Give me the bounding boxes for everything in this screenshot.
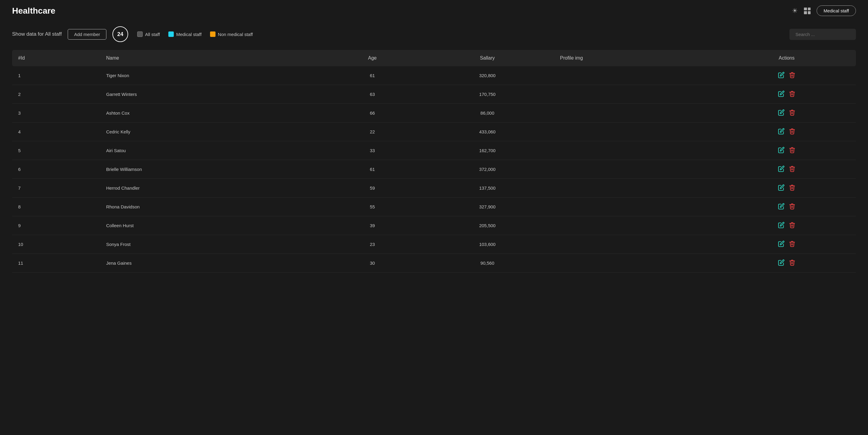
- cell-age: 23: [324, 235, 421, 254]
- delete-button[interactable]: [789, 72, 796, 79]
- edit-button[interactable]: [778, 222, 784, 229]
- col-header-actions: Actions: [717, 50, 856, 66]
- edit-button[interactable]: [778, 90, 784, 98]
- edit-button[interactable]: [778, 259, 784, 267]
- action-buttons: [723, 72, 850, 79]
- cell-age: 61: [324, 160, 421, 179]
- medical-staff-label: Medical staff: [176, 32, 202, 37]
- add-member-button[interactable]: Add member: [68, 29, 106, 40]
- member-count-circle: 24: [113, 26, 128, 42]
- cell-actions: [717, 104, 856, 122]
- header-right: ☀ Medical staff: [792, 5, 856, 16]
- legend-all-staff: All staff: [137, 31, 160, 37]
- table-row: 3 Ashton Cox 66 86,000: [12, 104, 856, 122]
- table-header: #Id Name Age Sallary Profile img Actions: [12, 50, 856, 66]
- edit-button[interactable]: [778, 203, 784, 210]
- col-header-age: Age: [324, 50, 421, 66]
- delete-button[interactable]: [789, 147, 796, 154]
- delete-button[interactable]: [789, 222, 796, 229]
- col-header-name: Name: [100, 50, 324, 66]
- cell-salary: 320,800: [421, 66, 554, 85]
- cell-age: 39: [324, 216, 421, 235]
- medical-staff-button[interactable]: Medical staff: [817, 5, 856, 16]
- cell-name: Airi Satou: [100, 141, 324, 160]
- cell-id: 11: [12, 254, 100, 272]
- search-wrapper: [789, 29, 856, 40]
- cell-profile-img: [554, 198, 717, 216]
- edit-button[interactable]: [778, 109, 784, 117]
- table-row: 6 Brielle Williamson 61 372,000: [12, 160, 856, 179]
- col-header-profile-img: Profile img: [554, 50, 717, 66]
- cell-profile-img: [554, 254, 717, 272]
- table-body: 1 Tiger Nixon 61 320,800: [12, 66, 856, 272]
- cell-id: 7: [12, 179, 100, 198]
- cell-profile-img: [554, 216, 717, 235]
- action-buttons: [723, 184, 850, 192]
- delete-button[interactable]: [789, 90, 796, 98]
- cell-age: 33: [324, 141, 421, 160]
- cell-id: 5: [12, 141, 100, 160]
- table-row: 5 Airi Satou 33 162,700: [12, 141, 856, 160]
- cell-actions: [717, 141, 856, 160]
- delete-button[interactable]: [789, 240, 796, 248]
- legend-medical-staff: Medical staff: [168, 31, 202, 37]
- cell-id: 8: [12, 198, 100, 216]
- all-staff-dot: [137, 31, 143, 37]
- cell-age: 63: [324, 85, 421, 104]
- edit-button[interactable]: [778, 184, 784, 192]
- cell-age: 22: [324, 122, 421, 141]
- cell-actions: [717, 122, 856, 141]
- cell-profile-img: [554, 235, 717, 254]
- cell-salary: 170,750: [421, 85, 554, 104]
- cell-actions: [717, 85, 856, 104]
- grid-icon[interactable]: [804, 7, 811, 14]
- edit-button[interactable]: [778, 128, 784, 136]
- table-row: 7 Herrod Chandler 59 137,500: [12, 179, 856, 198]
- action-buttons: [723, 109, 850, 117]
- action-buttons: [723, 147, 850, 154]
- delete-button[interactable]: [789, 166, 796, 173]
- cell-id: 4: [12, 122, 100, 141]
- action-buttons: [723, 90, 850, 98]
- cell-actions: [717, 198, 856, 216]
- cell-name: Jena Gaines: [100, 254, 324, 272]
- cell-actions: [717, 179, 856, 198]
- cell-id: 3: [12, 104, 100, 122]
- cell-age: 55: [324, 198, 421, 216]
- action-buttons: [723, 222, 850, 229]
- edit-button[interactable]: [778, 166, 784, 173]
- cell-name: Colleen Hurst: [100, 216, 324, 235]
- delete-button[interactable]: [789, 109, 796, 117]
- cell-name: Brielle Williamson: [100, 160, 324, 179]
- cell-profile-img: [554, 179, 717, 198]
- delete-button[interactable]: [789, 259, 796, 267]
- delete-button[interactable]: [789, 184, 796, 192]
- delete-button[interactable]: [789, 128, 796, 136]
- action-buttons: [723, 259, 850, 267]
- cell-id: 10: [12, 235, 100, 254]
- cell-salary: 137,500: [421, 179, 554, 198]
- cell-actions: [717, 66, 856, 85]
- edit-button[interactable]: [778, 72, 784, 79]
- cell-name: Garrett Winters: [100, 85, 324, 104]
- cell-salary: 103,600: [421, 235, 554, 254]
- cell-id: 2: [12, 85, 100, 104]
- edit-button[interactable]: [778, 147, 784, 154]
- legend: All staff Medical staff Non medical staf…: [137, 31, 253, 37]
- cell-name: Tiger Nixon: [100, 66, 324, 85]
- edit-button[interactable]: [778, 240, 784, 248]
- sun-icon[interactable]: ☀: [792, 7, 798, 15]
- cell-actions: [717, 160, 856, 179]
- cell-salary: 162,700: [421, 141, 554, 160]
- cell-profile-img: [554, 141, 717, 160]
- cell-salary: 86,000: [421, 104, 554, 122]
- legend-non-medical-staff: Non medical staff: [210, 31, 253, 37]
- cell-profile-img: [554, 104, 717, 122]
- non-medical-staff-dot: [210, 31, 216, 37]
- delete-button[interactable]: [789, 203, 796, 210]
- cell-id: 9: [12, 216, 100, 235]
- search-input[interactable]: [789, 29, 856, 40]
- cell-actions: [717, 254, 856, 272]
- col-header-id: #Id: [12, 50, 100, 66]
- table-row: 2 Garrett Winters 63 170,750: [12, 85, 856, 104]
